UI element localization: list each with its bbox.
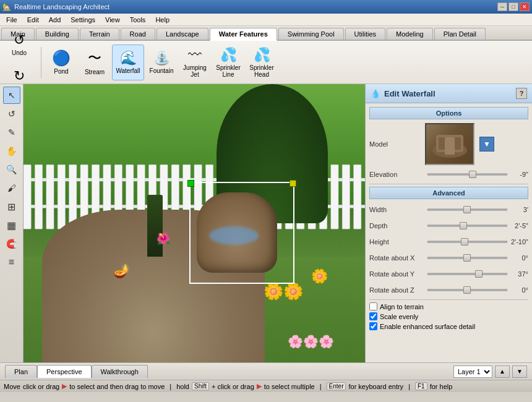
panel-header: 💧 Edit Waterfall ? [366,84,532,103]
waterfall-button[interactable]: 🌊 Waterfall [112,45,144,80]
elevation-slider[interactable] [427,171,507,178]
menu-help[interactable]: Help [150,14,174,25]
sprinkler-head-label: Sprinkler Head [249,64,273,78]
pond-label: Pond [54,68,68,75]
align-terrain-checkbox[interactable] [369,302,377,310]
rotate-y-thumb[interactable] [475,270,483,278]
undo-button[interactable]: ↺ Undo [5,27,33,62]
minimize-button[interactable]: ─ [497,2,507,11]
height-thumb[interactable] [461,238,468,246]
width-label: Width [369,206,425,213]
rotate-z-value: 0° [510,286,528,294]
width-thumb[interactable] [463,206,471,213]
advanced-tab[interactable]: Advanced [369,187,528,199]
bottom-tab-perspective[interactable]: Perspective [37,365,91,378]
options-tab[interactable]: Options [369,107,528,119]
sprinkler-head-button[interactable]: 💦 Sprinkler Head [246,45,278,80]
tab-plan-detail[interactable]: Plan Detail [434,28,486,40]
waterfall-label: Waterfall [116,67,140,74]
svg-rect-29 [331,165,338,229]
panel-help-button[interactable]: ? [516,88,527,99]
scale-evenly-label: Scale evenly [380,313,418,320]
panel-waterfall-icon: 💧 [371,89,380,98]
app-icon: 🏡 [2,3,11,11]
bottom-tab-walkthrough[interactable]: Walkthrough [92,365,148,378]
paint-tool[interactable]: 🖌 [3,179,20,197]
bottom-tabs: Plan Perspective Walkthrough Layer 1 ▲ ▼ [0,362,532,380]
panel-content: Options Model ▼ [366,103,532,362]
bottom-tab-plan[interactable]: Plan [5,365,37,378]
tab-terrain[interactable]: Terrain [80,28,119,40]
app-title: Realtime Landscaping Architect [14,3,109,11]
enhance-surface-checkbox[interactable] [369,322,377,330]
zoom-tool[interactable]: 🔍 [3,161,20,178]
menu-file[interactable]: File [1,14,22,25]
tab-water-features[interactable]: Water Features [210,28,277,41]
jumping-jet-button[interactable]: 〰 Jumping Jet [179,45,211,80]
grid-tool[interactable]: ▦ [3,216,20,234]
status-divider3: | [408,383,410,390]
rotate-z-slider[interactable] [427,286,507,294]
fountain-button[interactable]: ⛲ Fountain [145,45,178,80]
model-row: Model ▼ [369,123,528,165]
elevation-thumb[interactable] [469,171,476,178]
elevation-track [427,174,507,176]
enhance-surface-row: Enable enhanced surface detail [369,322,528,330]
rotate-z-thumb[interactable] [463,286,471,294]
menu-edit[interactable]: Edit [22,14,44,25]
cursor-arrow2-icon: ▶ [257,382,262,390]
undo-tool[interactable]: ↺ [3,105,20,122]
width-slider[interactable] [427,206,507,213]
tab-road[interactable]: Road [121,28,155,40]
magnet-tool[interactable]: 🧲 [3,235,20,252]
width-row: Width 3' [369,203,528,216]
fountain-icon: ⛲ [153,50,170,66]
select-tool[interactable]: ↖ [3,87,20,104]
align-terrain-label: Align to terrain [380,303,424,310]
model-label: Model [369,140,425,148]
stream-button[interactable]: 〜 Stream [79,45,111,80]
svg-rect-31 [354,165,361,229]
tab-building[interactable]: Building [36,28,79,40]
scale-evenly-checkbox[interactable] [369,312,377,320]
layer-btn2[interactable]: ▼ [512,366,527,378]
depth-label: Depth [369,222,425,229]
tab-utilities[interactable]: Utilities [345,28,385,40]
model-dropdown[interactable]: ▼ [479,137,494,152]
divider2 [369,299,528,300]
yellow-flowers: 🌼🌼 [264,282,303,301]
rotate-x-slider[interactable] [427,254,507,262]
tab-swimming-pool[interactable]: Swimming Pool [278,28,344,40]
layer-select[interactable]: Layer 1 [453,366,492,378]
panel-title: 💧 Edit Waterfall [371,89,435,98]
red-flower: 🌺 [157,232,170,246]
frame-tool[interactable]: ⊞ [3,198,20,215]
depth-slider[interactable] [427,222,507,229]
menu-add[interactable]: Add [44,14,66,25]
shift-key: Shift [192,382,209,390]
maximize-button[interactable]: □ [508,2,518,11]
menu-settings[interactable]: Settings [66,14,100,25]
tab-bar: Main Building Terrain Road Landscape Wat… [0,26,532,41]
statusbar: Move click or drag ▶ to select and then … [0,380,532,392]
rotate-x-thumb[interactable] [463,254,471,262]
pond-button[interactable]: 🔵 Pond [45,45,77,80]
close-button[interactable]: ✕ [520,2,530,11]
hand-tool[interactable]: ✋ [3,142,20,160]
layer-btn1[interactable]: ▲ [495,366,510,378]
tab-modeling[interactable]: Modeling [387,28,433,40]
tab-landscape[interactable]: Landscape [157,28,208,40]
draw-tool[interactable]: ✎ [3,124,20,141]
sprinkler-line-button[interactable]: 💦 Sprinkler Line [212,45,244,80]
rotate-y-slider[interactable] [427,270,507,278]
width-value: 3' [510,206,528,213]
fountain-label: Fountain [150,67,174,74]
jumping-jet-label: Jumping Jet [183,64,207,78]
menu-view[interactable]: View [100,14,125,25]
layers-tool[interactable]: ≡ [3,254,20,271]
menu-tools[interactable]: Tools [125,14,151,25]
enhance-surface-label: Enable enhanced surface detail [380,323,475,330]
height-slider[interactable] [427,238,507,246]
panel-title-text: Edit Waterfall [384,89,435,98]
depth-thumb[interactable] [460,222,467,229]
